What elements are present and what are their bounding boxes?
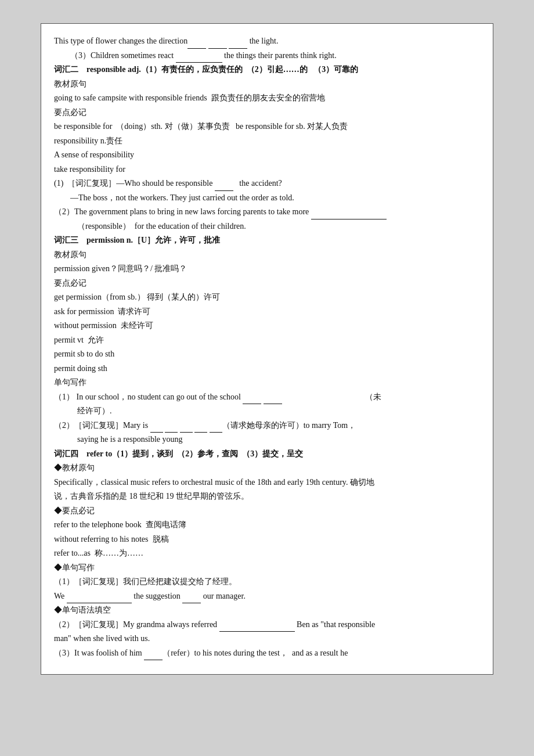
line-kp5: get permission（from sb.） 得到（某人的）许可 (54, 290, 480, 305)
line-writing2-b: saying he is a responsible young (77, 433, 480, 447)
line-kp2: responsibility n.责任 (54, 134, 480, 149)
line-1: This type of flower changes the directio… (54, 34, 480, 49)
line-writing4: （2）［词汇复现］My grandma always referred Ben … (54, 618, 480, 632)
line-vocab2-title: 词汇二 responsible adj.（1）有责任的，应负责任的 （2）引起…… (54, 63, 480, 77)
line-kp12: without referring to his notes 脱稿 (54, 532, 480, 547)
line-ex2: （2）The government plans to bring in new … (54, 205, 480, 219)
line-keypoints-label2: 要点必记 (54, 276, 480, 291)
line-vocab4-title: 词汇四 refer to（1）提到，谈到 （2）参考，查阅 （3）提交，呈交 (54, 447, 480, 462)
line-kp13: refer to...as 称……为…… (54, 546, 480, 561)
line-bullet4: ◆单句语法填空 (54, 603, 480, 618)
document-page: This type of flower changes the directio… (41, 23, 493, 675)
line-ex1-ans: —The boss，not the workers. They just car… (70, 191, 480, 206)
line-writing4-b: man" when she lived with us. (54, 632, 480, 646)
line-textbook-sent1: going to safe campsite with responsible … (54, 91, 480, 106)
line-kp7: without permission 未经许可 (54, 319, 480, 333)
line-bullet2: ◆要点必记 (54, 504, 480, 519)
line-textbook-label2: 教材原句 (54, 248, 480, 262)
line-kp10: permit doing sth (54, 362, 480, 376)
line-bullet1: ◆教材原句 (54, 461, 480, 476)
line-writing1-b: 经许可）. (77, 404, 480, 419)
line-kp8: permit vt 允许 (54, 333, 480, 348)
line-keypoints-label1: 要点必记 (54, 106, 480, 120)
line-kp9: permit sb to do sth (54, 347, 480, 362)
line-kp1: be responsible for （doing）sth. 对（做）某事负责 … (54, 120, 480, 134)
line-writing-label1: 单句写作 (54, 376, 480, 390)
line-bullet3: ◆单句写作 (54, 561, 480, 575)
line-textbook-sent3-b: 说，古典音乐指的是 18 世纪和 19 世纪早期的管弦乐。 (54, 489, 480, 504)
line-writing3: （1）［词汇复现］我们已经把建议提交给了经理。 (54, 575, 480, 589)
line-textbook-sent3: Specifically，classical music refers to o… (54, 476, 480, 490)
line-kp6: ask for permission 请求许可 (54, 305, 480, 319)
line-ex1: (1) ［词汇复现］—Who should be responsible the… (54, 177, 480, 191)
line-writing1: （1） In our school，no student can go out … (54, 390, 480, 405)
line-vocab3-title: 词汇三 permission n.［U］允许，许可，批准 (54, 233, 480, 248)
line-kp11: refer to the telephone book 查阅电话簿 (54, 518, 480, 532)
line-textbook-sent2: permission given？同意吗？/ 批准吗？ (54, 262, 480, 276)
line-writing5: （3）It was foolish of him （refer）to his n… (54, 646, 480, 661)
line-textbook-label1: 教材原句 (54, 77, 480, 92)
line-kp3: A sense of responsibility (54, 148, 480, 163)
line-2: （3）Children sometimes react the things t… (70, 49, 480, 63)
line-ex2-b: （responsible） for the education of their… (77, 219, 480, 234)
line-writing3-eng: We the suggestion our manager. (54, 589, 480, 604)
line-kp4: take responsibility for (54, 163, 480, 177)
line-writing2: （2）［词汇复现］Mary is （请求她母亲的许可）to marry Tom， (54, 419, 480, 433)
